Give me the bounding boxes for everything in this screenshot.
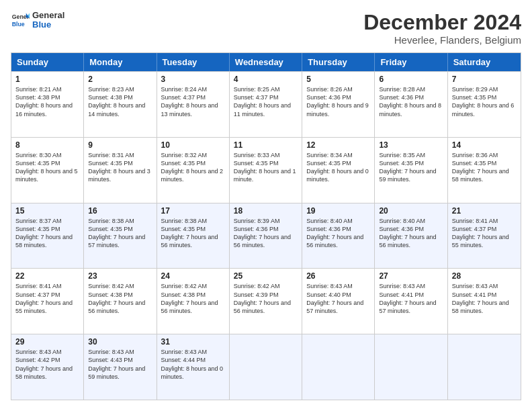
calendar-cell: 4 Sunrise: 8:25 AM Sunset: 4:37 PM Dayli… xyxy=(230,72,302,137)
cell-info: Sunrise: 8:34 AM Sunset: 4:35 PM Dayligh… xyxy=(306,151,370,184)
cell-info: Sunrise: 8:32 AM Sunset: 4:35 PM Dayligh… xyxy=(161,151,225,184)
cell-info: Sunrise: 8:42 AM Sunset: 4:39 PM Dayligh… xyxy=(234,282,298,315)
calendar-cell: 13 Sunrise: 8:35 AM Sunset: 4:35 PM Dayl… xyxy=(375,138,447,203)
calendar-cell: 11 Sunrise: 8:33 AM Sunset: 4:35 PM Dayl… xyxy=(230,138,302,203)
svg-text:Blue: Blue xyxy=(12,21,25,28)
cell-info: Sunrise: 8:43 AM Sunset: 4:42 PM Dayligh… xyxy=(15,348,79,381)
day-number: 16 xyxy=(88,206,152,216)
calendar-cell: 6 Sunrise: 8:28 AM Sunset: 4:36 PM Dayli… xyxy=(375,72,447,137)
header-tuesday: Tuesday xyxy=(157,53,230,71)
logo-icon: General Blue xyxy=(11,11,30,30)
day-number: 20 xyxy=(379,206,443,216)
calendar-cell: 17 Sunrise: 8:38 AM Sunset: 4:35 PM Dayl… xyxy=(157,203,230,269)
header-thursday: Thursday xyxy=(302,53,375,71)
cell-info: Sunrise: 8:26 AM Sunset: 4:36 PM Dayligh… xyxy=(306,85,370,118)
cell-info: Sunrise: 8:43 AM Sunset: 4:43 PM Dayligh… xyxy=(88,348,152,381)
day-number: 24 xyxy=(161,271,225,281)
title-block: December 2024 Heverlee, Flanders, Belgiu… xyxy=(363,11,521,46)
cell-info: Sunrise: 8:23 AM Sunset: 4:38 PM Dayligh… xyxy=(88,85,152,118)
day-number: 26 xyxy=(306,271,370,281)
calendar-cell: 27 Sunrise: 8:43 AM Sunset: 4:41 PM Dayl… xyxy=(375,269,447,334)
subtitle: Heverlee, Flanders, Belgium xyxy=(363,34,521,46)
cell-info: Sunrise: 8:43 AM Sunset: 4:44 PM Dayligh… xyxy=(161,348,225,381)
calendar-row-2: 8 Sunrise: 8:30 AM Sunset: 4:35 PM Dayli… xyxy=(11,137,521,203)
calendar-cell: 24 Sunrise: 8:42 AM Sunset: 4:38 PM Dayl… xyxy=(157,269,230,334)
calendar-cell: 2 Sunrise: 8:23 AM Sunset: 4:38 PM Dayli… xyxy=(84,72,157,137)
cell-info: Sunrise: 8:35 AM Sunset: 4:35 PM Dayligh… xyxy=(379,151,443,184)
cell-info: Sunrise: 8:21 AM Sunset: 4:38 PM Dayligh… xyxy=(15,85,79,118)
calendar-cell: 9 Sunrise: 8:31 AM Sunset: 4:35 PM Dayli… xyxy=(84,138,157,203)
calendar-cell: 20 Sunrise: 8:40 AM Sunset: 4:36 PM Dayl… xyxy=(375,203,447,269)
day-number: 9 xyxy=(88,140,152,150)
day-number: 17 xyxy=(161,206,225,216)
cell-info: Sunrise: 8:42 AM Sunset: 4:38 PM Dayligh… xyxy=(88,282,152,315)
cell-info: Sunrise: 8:41 AM Sunset: 4:37 PM Dayligh… xyxy=(15,282,79,315)
calendar-cell: 30 Sunrise: 8:43 AM Sunset: 4:43 PM Dayl… xyxy=(84,334,157,400)
calendar-cell: 8 Sunrise: 8:30 AM Sunset: 4:35 PM Dayli… xyxy=(11,138,84,203)
logo-blue: Blue xyxy=(32,20,64,30)
calendar-row-1: 1 Sunrise: 8:21 AM Sunset: 4:38 PM Dayli… xyxy=(11,71,521,137)
day-number: 31 xyxy=(161,337,225,347)
day-number: 19 xyxy=(306,206,370,216)
calendar-cell: 29 Sunrise: 8:43 AM Sunset: 4:42 PM Dayl… xyxy=(11,334,84,400)
calendar-cell: 7 Sunrise: 8:29 AM Sunset: 4:35 PM Dayli… xyxy=(448,72,521,137)
day-number: 5 xyxy=(306,75,370,84)
page: General Blue General Blue December 2024 … xyxy=(0,0,532,411)
day-number: 13 xyxy=(379,140,443,150)
cell-info: Sunrise: 8:33 AM Sunset: 4:35 PM Dayligh… xyxy=(234,151,298,184)
cell-info: Sunrise: 8:29 AM Sunset: 4:35 PM Dayligh… xyxy=(452,85,517,118)
day-number: 14 xyxy=(452,140,517,150)
calendar-cell xyxy=(230,334,302,400)
cell-info: Sunrise: 8:37 AM Sunset: 4:35 PM Dayligh… xyxy=(15,217,79,250)
cell-info: Sunrise: 8:30 AM Sunset: 4:35 PM Dayligh… xyxy=(15,151,79,184)
day-number: 15 xyxy=(15,206,79,216)
cell-info: Sunrise: 8:42 AM Sunset: 4:38 PM Dayligh… xyxy=(161,282,225,315)
day-number: 21 xyxy=(452,206,517,216)
cell-info: Sunrise: 8:38 AM Sunset: 4:35 PM Dayligh… xyxy=(161,217,225,250)
calendar-cell: 12 Sunrise: 8:34 AM Sunset: 4:35 PM Dayl… xyxy=(302,138,375,203)
main-title: December 2024 xyxy=(363,11,521,34)
day-number: 22 xyxy=(15,271,79,281)
day-number: 1 xyxy=(15,75,79,84)
cell-info: Sunrise: 8:31 AM Sunset: 4:35 PM Dayligh… xyxy=(88,151,152,184)
cell-info: Sunrise: 8:41 AM Sunset: 4:37 PM Dayligh… xyxy=(452,217,517,250)
calendar-cell: 1 Sunrise: 8:21 AM Sunset: 4:38 PM Dayli… xyxy=(11,72,84,137)
day-number: 3 xyxy=(161,75,225,84)
header-monday: Monday xyxy=(84,53,157,71)
day-number: 23 xyxy=(88,271,152,281)
day-number: 7 xyxy=(452,75,517,84)
day-number: 29 xyxy=(15,337,79,347)
cell-info: Sunrise: 8:43 AM Sunset: 4:40 PM Dayligh… xyxy=(306,282,370,315)
cell-info: Sunrise: 8:40 AM Sunset: 4:36 PM Dayligh… xyxy=(379,217,443,250)
cell-info: Sunrise: 8:40 AM Sunset: 4:36 PM Dayligh… xyxy=(306,217,370,250)
calendar-cell: 22 Sunrise: 8:41 AM Sunset: 4:37 PM Dayl… xyxy=(11,269,84,334)
calendar-header: Sunday Monday Tuesday Wednesday Thursday… xyxy=(11,53,521,71)
header-sunday: Sunday xyxy=(11,53,84,71)
cell-info: Sunrise: 8:39 AM Sunset: 4:36 PM Dayligh… xyxy=(234,217,298,250)
calendar-cell xyxy=(375,334,447,400)
calendar-cell: 15 Sunrise: 8:37 AM Sunset: 4:35 PM Dayl… xyxy=(11,203,84,269)
logo: General Blue General Blue xyxy=(11,11,64,30)
cell-info: Sunrise: 8:43 AM Sunset: 4:41 PM Dayligh… xyxy=(452,282,517,315)
calendar-row-4: 22 Sunrise: 8:41 AM Sunset: 4:37 PM Dayl… xyxy=(11,268,521,334)
calendar-cell: 16 Sunrise: 8:38 AM Sunset: 4:35 PM Dayl… xyxy=(84,203,157,269)
cell-info: Sunrise: 8:38 AM Sunset: 4:35 PM Dayligh… xyxy=(88,217,152,250)
calendar-cell: 28 Sunrise: 8:43 AM Sunset: 4:41 PM Dayl… xyxy=(448,269,521,334)
calendar-cell: 19 Sunrise: 8:40 AM Sunset: 4:36 PM Dayl… xyxy=(302,203,375,269)
calendar-cell: 31 Sunrise: 8:43 AM Sunset: 4:44 PM Dayl… xyxy=(157,334,230,400)
day-number: 11 xyxy=(234,140,298,150)
calendar-cell: 5 Sunrise: 8:26 AM Sunset: 4:36 PM Dayli… xyxy=(302,72,375,137)
calendar-cell: 3 Sunrise: 8:24 AM Sunset: 4:37 PM Dayli… xyxy=(157,72,230,137)
calendar-body: 1 Sunrise: 8:21 AM Sunset: 4:38 PM Dayli… xyxy=(11,71,521,400)
day-number: 4 xyxy=(234,75,298,84)
day-number: 30 xyxy=(88,337,152,347)
calendar-cell: 14 Sunrise: 8:36 AM Sunset: 4:35 PM Dayl… xyxy=(448,138,521,203)
cell-info: Sunrise: 8:24 AM Sunset: 4:37 PM Dayligh… xyxy=(161,85,225,118)
day-number: 27 xyxy=(379,271,443,281)
calendar-cell: 18 Sunrise: 8:39 AM Sunset: 4:36 PM Dayl… xyxy=(230,203,302,269)
calendar-row-5: 29 Sunrise: 8:43 AM Sunset: 4:42 PM Dayl… xyxy=(11,334,521,400)
day-number: 28 xyxy=(452,271,517,281)
calendar-row-3: 15 Sunrise: 8:37 AM Sunset: 4:35 PM Dayl… xyxy=(11,203,521,269)
calendar-cell: 21 Sunrise: 8:41 AM Sunset: 4:37 PM Dayl… xyxy=(448,203,521,269)
calendar: Sunday Monday Tuesday Wednesday Thursday… xyxy=(11,52,521,400)
